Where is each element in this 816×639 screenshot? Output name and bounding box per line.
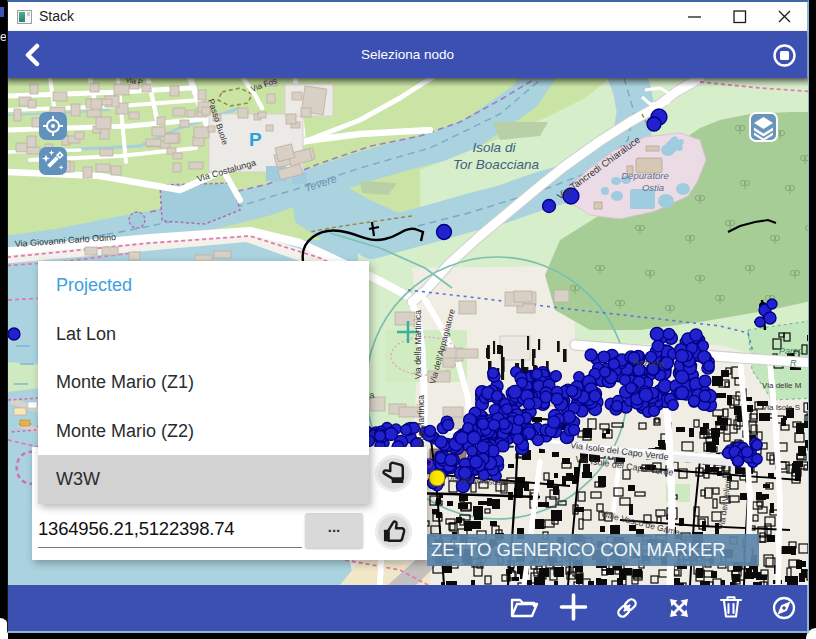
svg-text:Isola di: Isola di	[473, 140, 517, 155]
svg-text:Via Isole S: Via Isole S	[762, 403, 800, 412]
svg-text:Tor Boacciana: Tor Boacciana	[453, 157, 539, 172]
svg-text:Depuratore: Depuratore	[621, 170, 669, 181]
svg-text:Ostia: Ostia	[642, 182, 664, 193]
svg-text:Via delle M: Via delle M	[762, 381, 802, 390]
svg-text:P: P	[249, 129, 262, 150]
svg-text:R: R	[790, 358, 797, 368]
svg-text:Via della Martinica: Via della Martinica	[413, 310, 423, 380]
svg-text:Parco C: Parco C	[779, 346, 808, 356]
